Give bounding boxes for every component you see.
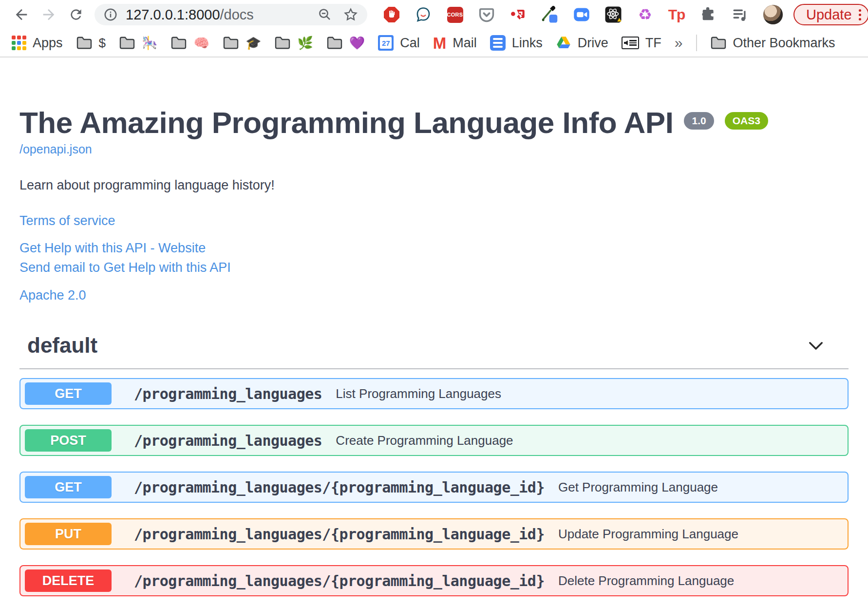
gmail-icon: M (433, 35, 447, 51)
bookmark-label: TF (645, 36, 661, 51)
media-playlist-icon[interactable] (731, 6, 749, 23)
website-help-link[interactable]: Get Help with this API - Website (19, 239, 206, 257)
bookmark-folder-herb[interactable]: 🌿 (274, 36, 313, 51)
endpoint-summary: Update Programming Language (558, 527, 738, 542)
forward-button[interactable] (39, 5, 58, 24)
http-method-badge: GET (25, 382, 112, 405)
folder-emoji: 🎓 (245, 36, 261, 51)
tag-section-title: default (27, 333, 97, 358)
bookmark-folder-heart[interactable]: 💜 (326, 36, 365, 51)
stop-hand-extension-icon[interactable] (383, 6, 400, 23)
back-button[interactable] (12, 5, 31, 24)
hand-glyph (388, 10, 396, 19)
pocket-extension-icon[interactable] (478, 6, 495, 23)
terms-of-service-link[interactable]: Terms of service (19, 213, 115, 228)
api-version-badge: 1.0 (684, 112, 714, 130)
folder-icon (170, 36, 187, 50)
doc-lines-icon (490, 35, 506, 51)
back-arrow-icon (13, 6, 30, 23)
operations-list: GET /programming_languages List Programm… (19, 378, 849, 596)
tag-section-header[interactable]: default (19, 333, 849, 369)
operation-row-create-language[interactable]: POST /programming_languages Create Progr… (19, 425, 849, 456)
endpoint-summary: List Programming Languages (336, 386, 501, 401)
bookmark-links[interactable]: Links (490, 35, 543, 51)
reload-button[interactable] (66, 5, 86, 24)
react-atom-glyph (604, 6, 622, 23)
pocket-glyph (478, 6, 495, 23)
update-label: Update (806, 7, 852, 23)
google-drive-icon (556, 36, 571, 50)
http-method-badge: POST (25, 429, 112, 452)
browser-toolbar: 127.0.0.1:8000/docs (0, 0, 868, 29)
endpoint-path: /programming_languages (134, 432, 322, 449)
reload-icon (68, 7, 84, 22)
cors-extension-icon[interactable]: CORS (446, 6, 464, 23)
site-info-icon[interactable] (103, 7, 118, 22)
operation-row-delete-language[interactable]: DELETE /programming_languages/{programmi… (19, 565, 849, 596)
playlist-glyph (731, 6, 749, 23)
other-bookmarks-label: Other Bookmarks (733, 36, 835, 51)
endpoint-summary: Delete Programming Language (558, 573, 734, 588)
folder-icon (119, 36, 135, 50)
bookmark-calendar[interactable]: 27 Cal (378, 35, 420, 51)
browser-menu-kebab-icon[interactable] (859, 9, 861, 20)
react-devtools-extension-icon[interactable] (604, 6, 622, 23)
video-camera-glyph (573, 6, 590, 23)
bookmark-label: Cal (400, 36, 420, 51)
zoom-extension-icon[interactable] (573, 6, 590, 23)
apps-grid-icon (12, 36, 26, 50)
recycle-extension-icon[interactable]: ♻ (636, 6, 654, 23)
folder-emoji: 🎠 (142, 36, 157, 51)
tp-extension-icon[interactable]: Tp (668, 6, 685, 23)
bookmark-label: Apps (33, 36, 63, 51)
other-bookmarks[interactable]: Other Bookmarks (710, 36, 835, 51)
profile-avatar[interactable] (763, 5, 783, 24)
endpoint-path: /programming_languages/{programming_lang… (134, 526, 545, 543)
bookmark-mail[interactable]: M Mail (433, 35, 477, 51)
url-path: /docs (220, 7, 254, 22)
bookmark-folder-school[interactable]: 🎓 (223, 36, 261, 51)
openapi-spec-link[interactable]: /openapi.json (19, 142, 92, 156)
swagger-docs-page: The Amazing Programming Language Info AP… (0, 106, 868, 596)
operation-row-get-language[interactable]: GET /programming_languages/{programming_… (19, 472, 849, 503)
zoom-out-icon[interactable] (318, 7, 332, 22)
operation-row-update-language[interactable]: PUT /programming_languages/{programming_… (19, 518, 849, 550)
license-link[interactable]: Apache 2.0 (19, 288, 86, 303)
color-picker-extension-icon[interactable] (541, 6, 559, 23)
forward-arrow-icon (40, 6, 57, 23)
share-red-extension-icon[interactable] (509, 6, 527, 23)
folder-icon (710, 36, 727, 50)
endpoint-summary: Create Programming Language (336, 433, 513, 448)
folder-icon (223, 36, 239, 50)
bookmark-folder-brain[interactable]: 🧠 (170, 36, 209, 51)
bookmark-drive[interactable]: Drive (556, 36, 608, 51)
url-text[interactable]: 127.0.0.1:8000/docs (126, 7, 318, 23)
google-calendar-icon: 27 (378, 35, 394, 51)
email-help-link[interactable]: Send email to Get Help with this API (19, 259, 231, 277)
operation-row-list-languages[interactable]: GET /programming_languages List Programm… (19, 378, 849, 409)
http-method-badge: PUT (25, 523, 112, 545)
url-host: 127.0.0.1:8000 (126, 7, 220, 22)
bookmark-folder-money[interactable]: $ (76, 36, 106, 51)
folder-emoji: 🧠 (193, 36, 209, 51)
chevron-down-icon[interactable] (806, 335, 826, 356)
http-method-badge: DELETE (25, 569, 112, 592)
address-bar[interactable]: 127.0.0.1:8000/docs (94, 4, 367, 25)
bookmark-label: Links (512, 36, 543, 51)
bookmark-folder-carousel[interactable]: 🎠 (119, 36, 157, 51)
dot-arrow-glyph (510, 6, 527, 23)
bookmarks-bar: Apps $ 🎠 🧠 🎓 🌿 💜 27 Cal M Mail Links (0, 29, 868, 57)
chrome-update-button[interactable]: Update (793, 4, 868, 25)
bookmark-apps[interactable]: Apps (12, 36, 63, 51)
endpoint-path: /programming_languages/{programming_lang… (134, 572, 545, 589)
recycle-glyph: ♻ (638, 7, 652, 22)
folder-emoji: $ (99, 36, 106, 51)
bookmarks-overflow-chevron[interactable]: » (675, 35, 683, 51)
bookmark-star-icon[interactable] (343, 7, 359, 22)
extensions-puzzle-icon[interactable] (699, 6, 717, 23)
api-title-row: The Amazing Programming Language Info AP… (19, 106, 849, 139)
bookmark-label: Mail (453, 36, 477, 51)
chat-bubble-extension-icon[interactable] (415, 6, 432, 23)
bookmark-tf[interactable]: TF (622, 36, 661, 51)
bookmarks-divider (696, 35, 697, 51)
